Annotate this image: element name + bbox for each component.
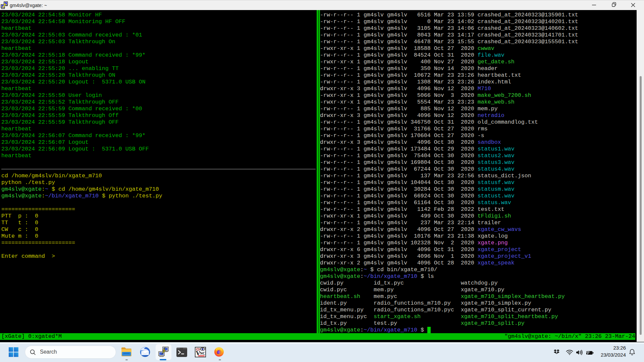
svg-text:NC: NC (200, 351, 206, 355)
